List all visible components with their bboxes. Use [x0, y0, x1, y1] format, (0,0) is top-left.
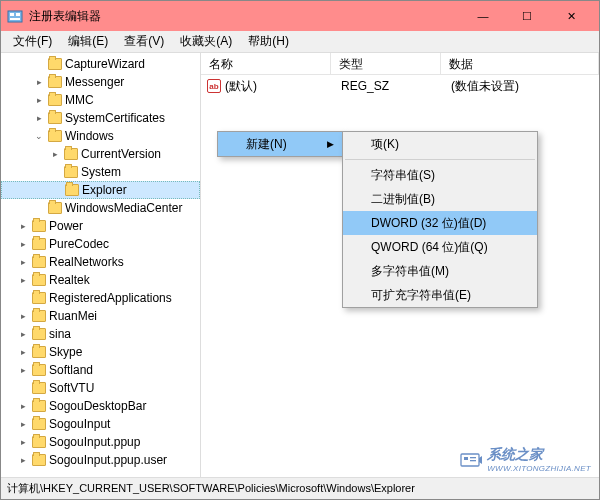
tree-item[interactable]: WindowsMediaCenter [1, 199, 200, 217]
expand-icon[interactable]: ▸ [17, 239, 29, 249]
expand-icon[interactable]: ▸ [17, 257, 29, 267]
column-name[interactable]: 名称 [201, 53, 331, 74]
tree-item[interactable]: ▸Realtek [1, 271, 200, 289]
ctx-new-expand[interactable]: 可扩充字符串值(E) [343, 283, 537, 307]
tree-label: Softland [49, 363, 93, 377]
tree-item[interactable]: ▸Softland [1, 361, 200, 379]
tree-item[interactable]: ⌄Windows [1, 127, 200, 145]
folder-icon [48, 202, 62, 214]
tree-label: SogouInput.ppup.user [49, 453, 167, 467]
tree-item[interactable]: RegisteredApplications [1, 289, 200, 307]
string-value-icon: ab [207, 79, 221, 93]
status-path: 计算机\HKEY_CURRENT_USER\SOFTWARE\Policies\… [7, 481, 415, 496]
tree-label: MMC [65, 93, 94, 107]
tree-item[interactable]: ▸SogouInput.ppup.user [1, 451, 200, 469]
tree-item[interactable]: ▸SogouInput.ppup [1, 433, 200, 451]
menu-edit[interactable]: 编辑(E) [60, 31, 116, 52]
ctx-new[interactable]: 新建(N) ▶ [218, 132, 342, 156]
collapse-icon[interactable]: ⌄ [33, 131, 45, 141]
expand-icon[interactable]: ▸ [17, 437, 29, 447]
tree-item[interactable]: ▸CurrentVersion [1, 145, 200, 163]
cell-name: ab (默认) [203, 78, 333, 95]
tree-item[interactable]: Explorer [1, 181, 200, 199]
tree-item[interactable]: ▸Messenger [1, 73, 200, 91]
expand-icon[interactable]: ▸ [17, 275, 29, 285]
tree-label: RegisteredApplications [49, 291, 172, 305]
folder-icon [64, 166, 78, 178]
folder-icon [32, 400, 46, 412]
tree-label: WindowsMediaCenter [65, 201, 182, 215]
tree-item[interactable]: ▸Skype [1, 343, 200, 361]
close-button[interactable]: ✕ [549, 1, 593, 31]
minimize-button[interactable]: — [461, 1, 505, 31]
column-data[interactable]: 数据 [441, 53, 599, 74]
ctx-new-binary[interactable]: 二进制值(B) [343, 187, 537, 211]
folder-icon [32, 346, 46, 358]
tree-label: CaptureWizard [65, 57, 145, 71]
tree-label: Messenger [65, 75, 124, 89]
expand-icon[interactable]: ▸ [17, 347, 29, 357]
folder-icon [32, 292, 46, 304]
expand-icon[interactable]: ▸ [17, 329, 29, 339]
tree-label: SogouInput.ppup [49, 435, 140, 449]
tree-label: System [81, 165, 121, 179]
tree-item[interactable]: ▸Power [1, 217, 200, 235]
tree-label: Realtek [49, 273, 90, 287]
expand-icon[interactable]: ▸ [49, 149, 61, 159]
ctx-new-qword[interactable]: QWORD (64 位)值(Q) [343, 235, 537, 259]
tree-panel[interactable]: CaptureWizard▸Messenger▸MMC▸SystemCertif… [1, 53, 201, 477]
registry-editor-window: 注册表编辑器 — ☐ ✕ 文件(F) 编辑(E) 查看(V) 收藏夹(A) 帮助… [0, 0, 600, 500]
tree-item[interactable]: ▸SystemCertificates [1, 109, 200, 127]
expand-icon[interactable]: ▸ [33, 95, 45, 105]
ctx-new-multi[interactable]: 多字符串值(M) [343, 259, 537, 283]
ctx-new-label: 新建(N) [246, 136, 287, 153]
tree-item[interactable]: ▸sina [1, 325, 200, 343]
tree-item[interactable]: ▸RealNetworks [1, 253, 200, 271]
tree-item[interactable]: ▸PureCodec [1, 235, 200, 253]
expand-icon[interactable]: ▸ [33, 77, 45, 87]
folder-icon [48, 58, 62, 70]
tree-label: CurrentVersion [81, 147, 161, 161]
cell-type: REG_SZ [333, 79, 443, 93]
expand-icon[interactable]: ▸ [17, 365, 29, 375]
expand-icon[interactable]: ▸ [17, 311, 29, 321]
svg-rect-3 [10, 18, 20, 20]
tree-item[interactable]: System [1, 163, 200, 181]
tree-item[interactable]: ▸SogouInput [1, 415, 200, 433]
menu-help[interactable]: 帮助(H) [240, 31, 297, 52]
menubar: 文件(F) 编辑(E) 查看(V) 收藏夹(A) 帮助(H) [1, 31, 599, 53]
tree-item[interactable]: ▸MMC [1, 91, 200, 109]
expand-icon[interactable]: ▸ [17, 419, 29, 429]
window-title: 注册表编辑器 [29, 8, 461, 25]
tree-item[interactable]: ▸SogouDesktopBar [1, 397, 200, 415]
ctx-new-dword[interactable]: DWORD (32 位)值(D) [343, 211, 537, 235]
tree-label: RuanMei [49, 309, 97, 323]
ctx-new-key[interactable]: 项(K) [343, 132, 537, 156]
ctx-new-string[interactable]: 字符串值(S) [343, 163, 537, 187]
maximize-button[interactable]: ☐ [505, 1, 549, 31]
expand-icon[interactable]: ▸ [17, 455, 29, 465]
menu-view[interactable]: 查看(V) [116, 31, 172, 52]
list-row[interactable]: ab (默认) REG_SZ (数值未设置) [203, 77, 597, 95]
tree-label: Skype [49, 345, 82, 359]
column-type[interactable]: 类型 [331, 53, 441, 74]
tree-label: sina [49, 327, 71, 341]
tree-label: SoftVTU [49, 381, 94, 395]
tree-item[interactable]: SoftVTU [1, 379, 200, 397]
tree-label: Windows [65, 129, 114, 143]
cell-data: (数值未设置) [443, 78, 597, 95]
menu-file[interactable]: 文件(F) [5, 31, 60, 52]
tree-item[interactable]: ▸RuanMei [1, 307, 200, 325]
folder-icon [32, 454, 46, 466]
expand-icon[interactable]: ▸ [17, 221, 29, 231]
folder-icon [48, 130, 62, 142]
expand-icon[interactable]: ▸ [33, 113, 45, 123]
submenu-arrow-icon: ▶ [327, 139, 334, 149]
menu-favorites[interactable]: 收藏夹(A) [172, 31, 240, 52]
expand-icon[interactable]: ▸ [17, 401, 29, 411]
folder-icon [32, 364, 46, 376]
tree-item[interactable]: CaptureWizard [1, 55, 200, 73]
context-menu-primary: 新建(N) ▶ [217, 131, 343, 157]
folder-icon [48, 76, 62, 88]
app-icon [7, 8, 23, 24]
